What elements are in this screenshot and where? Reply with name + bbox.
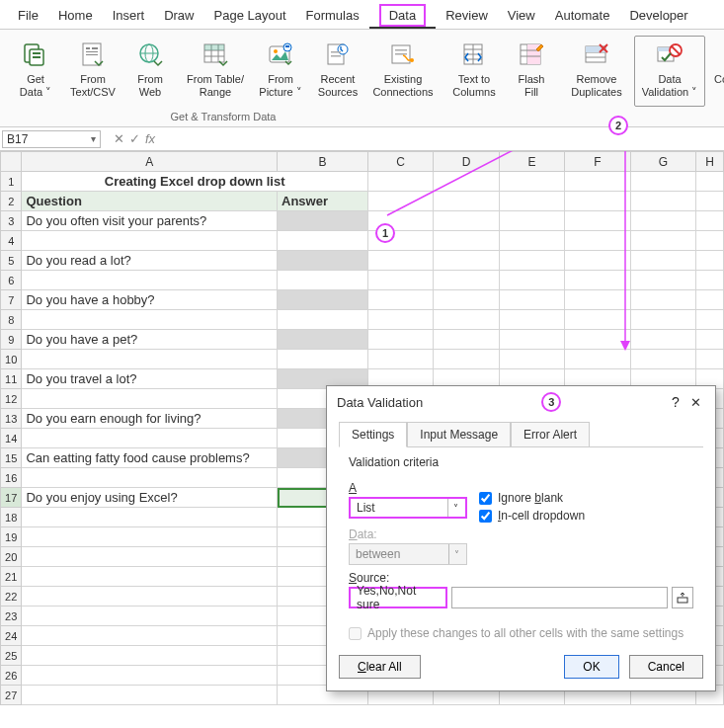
cell[interactable] (22, 547, 278, 567)
row-header-6[interactable]: 6 (1, 271, 22, 290)
question-cell[interactable]: Do you have a pet? (22, 330, 278, 350)
row-header-11[interactable]: 11 (1, 369, 22, 389)
range-picker-button[interactable] (672, 587, 693, 608)
cell[interactable] (630, 231, 696, 251)
tab-developer[interactable]: Developer (619, 4, 697, 29)
row-header-4[interactable]: 4 (1, 231, 22, 251)
ribbon-data-button[interactable]: DataValidation ˅ (634, 36, 705, 107)
row-header-17[interactable]: 17 (1, 488, 22, 508)
col-header-F[interactable]: F (565, 152, 630, 172)
question-cell[interactable]: Do you travel a lot? (22, 369, 278, 389)
ribbon-flash-button[interactable]: FlashFill (504, 36, 559, 107)
dialog-tab-error-alert[interactable]: Error Alert (511, 422, 590, 447)
cell[interactable] (696, 290, 724, 310)
row-header-12[interactable]: 12 (1, 389, 22, 409)
cancel-icon[interactable]: ✕ (111, 131, 126, 146)
check-icon[interactable]: ✓ (126, 131, 142, 146)
dialog-tab-input-message[interactable]: Input Message (407, 422, 511, 447)
cell[interactable] (22, 271, 278, 290)
cell[interactable] (22, 350, 278, 369)
name-box[interactable]: B17 ▾ (2, 130, 101, 148)
cell[interactable] (499, 172, 564, 192)
row-header-22[interactable]: 22 (1, 587, 22, 607)
cell[interactable] (434, 310, 499, 330)
question-cell[interactable]: Do you have a hobby? (22, 290, 278, 310)
cell[interactable] (696, 251, 724, 271)
ribbon-consolidate-button[interactable]: Consolidate (707, 36, 724, 107)
cell[interactable] (499, 350, 564, 369)
cell[interactable] (278, 271, 368, 290)
row-header-1[interactable]: 1 (1, 172, 22, 192)
cell[interactable] (22, 527, 278, 547)
clear-all-button[interactable]: Clear All (339, 655, 421, 679)
cell[interactable] (22, 607, 278, 626)
cell[interactable] (22, 587, 278, 607)
tab-data[interactable]: Data (369, 4, 436, 29)
tab-draw[interactable]: Draw (154, 4, 203, 29)
row-header-26[interactable]: 26 (1, 666, 22, 686)
question-cell[interactable]: Do you read a lot? (22, 251, 278, 271)
question-cell[interactable]: Do you often visit your parents? (22, 211, 278, 231)
cell[interactable] (630, 330, 696, 350)
cell[interactable] (22, 646, 278, 666)
col-header-G[interactable]: G (630, 152, 696, 172)
answer-cell[interactable] (278, 211, 368, 231)
cell[interactable] (434, 330, 499, 350)
header-answer[interactable]: Answer (278, 192, 368, 211)
chevron-down-icon[interactable]: ˅ (447, 499, 463, 517)
row-header-24[interactable]: 24 (1, 626, 22, 646)
cell[interactable] (367, 192, 433, 211)
cell[interactable] (22, 626, 278, 646)
cell[interactable] (565, 231, 630, 251)
cell[interactable] (630, 310, 696, 330)
ok-button[interactable]: OK (564, 655, 618, 679)
chevron-down-icon[interactable]: ▾ (91, 133, 96, 144)
ribbon-recent-button[interactable]: RecentSources (310, 36, 365, 107)
cell[interactable] (696, 310, 724, 330)
ribbon-existing-button[interactable]: ExistingConnections (367, 36, 439, 107)
tab-insert[interactable]: Insert (103, 4, 155, 29)
row-header-10[interactable]: 10 (1, 350, 22, 369)
cell[interactable] (22, 310, 278, 330)
source-input[interactable]: Yes,No,Not sure (349, 587, 447, 608)
cell[interactable] (367, 251, 433, 271)
title-cell[interactable]: Creating Excel drop down list (22, 172, 367, 192)
cell[interactable] (499, 271, 564, 290)
source-input-ext[interactable] (451, 587, 668, 608)
tab-formulas[interactable]: Formulas (296, 4, 369, 29)
cell[interactable] (630, 251, 696, 271)
row-header-21[interactable]: 21 (1, 567, 22, 587)
answer-cell[interactable] (278, 330, 368, 350)
header-question[interactable]: Question (22, 192, 278, 211)
ignore-blank-checkbox[interactable]: Ignore blank (479, 491, 585, 505)
cell[interactable] (565, 172, 630, 192)
col-header-H[interactable]: H (696, 152, 724, 172)
cell[interactable] (22, 567, 278, 587)
ribbon-fromtable-button[interactable]: From Table/Range (180, 36, 251, 107)
ribbon-from-button[interactable]: FromText/CSV (65, 36, 121, 107)
cell[interactable] (630, 172, 696, 192)
row-header-7[interactable]: 7 (1, 290, 22, 310)
row-header-5[interactable]: 5 (1, 251, 22, 271)
row-header-14[interactable]: 14 (1, 429, 22, 448)
cell[interactable] (696, 172, 724, 192)
dialog-tab-settings[interactable]: Settings (339, 422, 407, 447)
row-header-18[interactable]: 18 (1, 508, 22, 527)
ribbon-remove-button[interactable]: RemoveDuplicates (561, 36, 632, 107)
cancel-button[interactable]: Cancel (629, 655, 703, 679)
cell[interactable] (434, 192, 499, 211)
answer-cell[interactable] (278, 290, 368, 310)
cell[interactable] (565, 192, 630, 211)
col-header-D[interactable]: D (434, 152, 499, 172)
cell[interactable] (434, 251, 499, 271)
cell[interactable] (696, 271, 724, 290)
question-cell[interactable]: Can eatting fatty food cause problems? (22, 448, 278, 468)
row-header-2[interactable]: 2 (1, 192, 22, 211)
cell[interactable] (367, 271, 433, 290)
cell[interactable] (565, 211, 630, 231)
cell[interactable] (367, 310, 433, 330)
row-header-27[interactable]: 27 (1, 686, 22, 705)
question-cell[interactable]: Do you earn enough for living? (22, 409, 278, 429)
cell[interactable] (22, 429, 278, 448)
close-button[interactable]: ✕ (685, 395, 705, 410)
